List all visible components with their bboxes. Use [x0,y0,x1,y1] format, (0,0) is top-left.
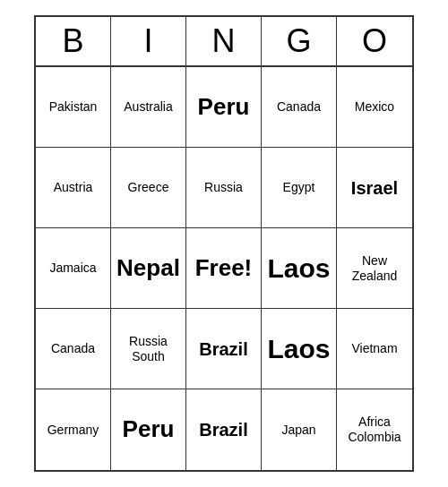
bingo-cell: Germany [36,389,111,470]
bingo-cell: Brazil [186,389,262,470]
bingo-cell: NewZealand [337,228,412,309]
bingo-cell: Pakistan [36,67,111,148]
bingo-cell: Jamaica [36,228,111,309]
bingo-header-letter: O [337,17,412,65]
bingo-cell: Canada [36,309,111,389]
bingo-cell: Nepal [111,228,186,309]
bingo-cell: Brazil [186,309,262,389]
bingo-cell: Japan [262,389,337,470]
bingo-cell: Australia [111,67,186,148]
bingo-header-letter: N [186,17,262,65]
bingo-cell: Egypt [262,148,337,228]
bingo-cell: Greece [111,148,186,228]
bingo-cell: Vietnam [337,309,412,389]
bingo-cell: Peru [111,389,186,470]
bingo-cell: Canada [262,67,337,148]
bingo-card: BINGO PakistanAustraliaPeruCanadaMexicoA… [34,15,414,472]
bingo-cell: RussiaSouth [111,309,186,389]
bingo-cell: Free! [186,228,262,309]
bingo-cell: Mexico [337,67,412,148]
bingo-cell: Laos [262,228,337,309]
bingo-cell: Laos [262,309,337,389]
bingo-cell: Russia [186,148,262,228]
bingo-cell: Austria [36,148,111,228]
bingo-header-letter: I [111,17,186,65]
bingo-header: BINGO [36,17,412,67]
bingo-cell: Israel [337,148,412,228]
bingo-header-letter: G [262,17,337,65]
bingo-cell: AfricaColombia [337,389,412,470]
bingo-cell: Peru [186,67,262,148]
bingo-grid: PakistanAustraliaPeruCanadaMexicoAustria… [36,67,412,470]
bingo-header-letter: B [36,17,111,65]
